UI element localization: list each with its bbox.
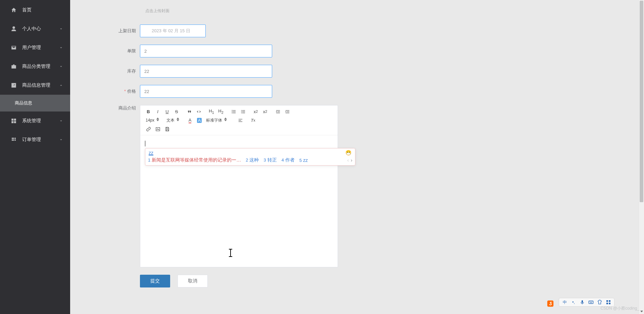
- bg-color-button[interactable]: A: [195, 116, 204, 124]
- outdent-button[interactable]: [273, 107, 283, 116]
- sidebar-item-system[interactable]: 系统管理: [0, 111, 70, 130]
- product-form: 点击上传封面 上架日期 单限 库存 *价格 商品介: [84, 0, 631, 287]
- font-size-select[interactable]: 14px: [144, 116, 164, 124]
- envelope-icon: [11, 45, 17, 51]
- scrollbar[interactable]: [639, 0, 644, 314]
- sidebar-item-label: 用户管理: [22, 45, 59, 51]
- blockquote-button[interactable]: [185, 107, 194, 116]
- ime-toolbox-icon[interactable]: [605, 299, 612, 305]
- indent-button[interactable]: [283, 107, 292, 116]
- text-caret: [145, 141, 145, 146]
- sidebar-item-label: 商品分类管理: [22, 63, 59, 70]
- ime-nav: ‹ ›: [347, 158, 352, 163]
- sidebar-subitem-label: 商品信息: [15, 100, 32, 106]
- label-date: 上架日期: [105, 28, 140, 34]
- scroll-thumb[interactable]: [640, 1, 643, 202]
- svg-rect-4: [582, 300, 583, 303]
- label-limit: 单限: [105, 48, 140, 54]
- subscript-button[interactable]: x2: [251, 107, 260, 116]
- svg-rect-9: [609, 303, 610, 304]
- sidebar-item-label: 系统管理: [22, 118, 59, 124]
- sidebar-item-orders[interactable]: 订单管理: [0, 130, 70, 149]
- unordered-list-button[interactable]: [238, 107, 248, 116]
- chevron-down-icon: [59, 137, 63, 142]
- ime-candidate-panel[interactable]: zz 😷 1新闻是互联网等媒体经常使用的记录的一… 2这种 3转正 4作者 5z…: [145, 148, 355, 166]
- date-input[interactable]: [140, 25, 206, 37]
- ime-emoji-icon[interactable]: 😷: [345, 150, 352, 156]
- bold-button[interactable]: B: [144, 107, 153, 116]
- ime-candidate[interactable]: 1新闻是互联网等媒体经常使用的记录的一…: [148, 157, 241, 163]
- ime-skin-icon[interactable]: [596, 299, 603, 305]
- chevron-up-icon: [59, 83, 63, 88]
- superscript-button[interactable]: x2: [260, 107, 270, 116]
- clear-format-button[interactable]: Tx: [248, 116, 258, 124]
- code-button[interactable]: [194, 107, 203, 116]
- ime-candidate[interactable]: 4作者: [282, 157, 295, 163]
- h1-button[interactable]: H1: [207, 107, 216, 116]
- ime-mic-icon[interactable]: [579, 299, 586, 305]
- ordered-list-button[interactable]: [229, 107, 238, 116]
- ime-lang-indicator[interactable]: 中: [561, 299, 568, 305]
- date-input-wrap[interactable]: [140, 25, 206, 37]
- sidebar-item-label: 首页: [22, 7, 63, 13]
- ime-next-button[interactable]: ›: [351, 158, 352, 163]
- sidebar-item-label: 订单管理: [22, 137, 59, 143]
- svg-point-2: [241, 113, 242, 113]
- chevron-down-icon: [59, 64, 63, 69]
- svg-point-1: [241, 111, 242, 112]
- rich-text-editor: B I U S H1 H2: [140, 105, 338, 267]
- watermark: CSDN @小蔡coding_: [600, 306, 639, 311]
- ime-keyboard-icon[interactable]: [587, 299, 595, 305]
- sidebar-item-label: 个人中心: [22, 26, 59, 32]
- main-content: 点击上传封面 上架日期 单限 库存 *价格 商品介: [70, 0, 644, 314]
- italic-button[interactable]: I: [153, 107, 162, 116]
- chart-icon: [11, 82, 17, 88]
- sidebar-subitem-product-info[interactable]: 商品信息: [0, 95, 70, 111]
- stock-input[interactable]: [140, 65, 272, 78]
- grid-icon: [11, 118, 17, 124]
- save-button[interactable]: [162, 125, 172, 133]
- block-type-select[interactable]: 文本: [164, 116, 185, 124]
- apps-icon: [11, 137, 17, 143]
- price-input[interactable]: [140, 85, 272, 98]
- ime-punct-indicator[interactable]: •,: [570, 299, 577, 305]
- h2-button[interactable]: H2: [216, 107, 226, 116]
- link-button[interactable]: [144, 125, 153, 133]
- font-family-select[interactable]: 标准字体: [204, 116, 236, 124]
- chevron-down-icon: [59, 119, 63, 123]
- limit-input[interactable]: [140, 45, 272, 57]
- ime-candidate[interactable]: 2这种: [246, 157, 259, 163]
- editor-body[interactable]: zz 😷 1新闻是互联网等媒体经常使用的记录的一… 2这种 3转正 4作者 5z…: [140, 135, 338, 267]
- cancel-button[interactable]: 取消: [178, 275, 208, 287]
- strike-button[interactable]: S: [172, 107, 181, 116]
- ime-prev-button[interactable]: ‹: [347, 158, 349, 163]
- chevron-down-icon: [59, 27, 63, 31]
- sidebar-item-label: 商品信息管理: [22, 82, 59, 88]
- user-icon: [11, 26, 17, 32]
- sidebar-item-category[interactable]: 商品分类管理: [0, 57, 70, 76]
- image-button[interactable]: [153, 125, 162, 133]
- text-cursor-icon: [230, 250, 231, 256]
- svg-rect-3: [547, 301, 553, 307]
- sidebar-item-product[interactable]: 商品信息管理: [0, 76, 70, 95]
- sidebar-item-profile[interactable]: 个人中心: [0, 19, 70, 38]
- align-button[interactable]: [236, 116, 245, 124]
- svg-rect-7: [609, 300, 610, 302]
- editor-toolbar: B I U S H1 H2: [140, 105, 338, 135]
- svg-rect-6: [606, 300, 608, 302]
- submit-button[interactable]: 提交: [140, 275, 170, 287]
- label-stock: 库存: [105, 68, 140, 74]
- label-desc: 商品介绍: [105, 105, 140, 111]
- label-price: *价格: [105, 88, 140, 94]
- scroll-down-button[interactable]: [639, 309, 644, 314]
- ime-candidate[interactable]: 3转正: [263, 157, 277, 163]
- sidebar: 首页 个人中心 用户管理 商品分类管理 商品信息管理 商品信息 系统管理: [0, 0, 70, 314]
- svg-rect-8: [606, 303, 608, 304]
- svg-rect-5: [589, 301, 593, 304]
- sidebar-item-users[interactable]: 用户管理: [0, 38, 70, 57]
- ime-candidate[interactable]: 5zz: [299, 158, 308, 163]
- sidebar-item-home[interactable]: 首页: [0, 1, 70, 19]
- font-color-button[interactable]: A: [185, 116, 195, 124]
- underline-button[interactable]: U: [162, 107, 172, 116]
- upload-cover-hint[interactable]: 点击上传封面: [145, 8, 631, 14]
